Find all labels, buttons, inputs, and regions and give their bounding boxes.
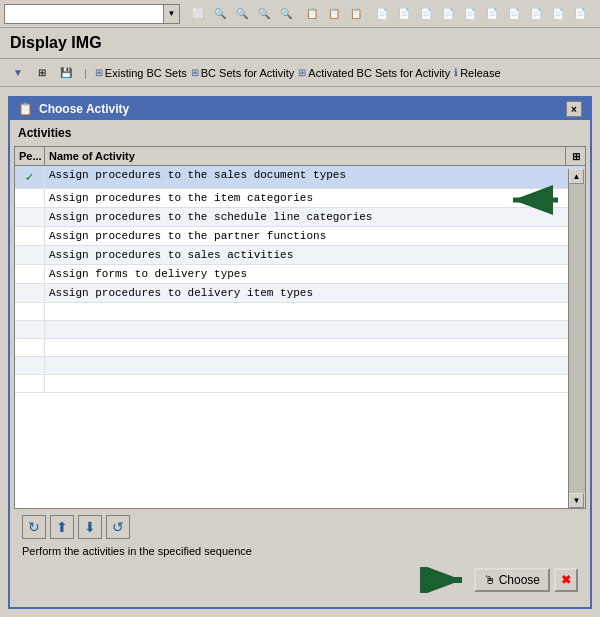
save-icon[interactable]: 💾 (56, 63, 76, 83)
toolbar-icon-7[interactable]: 📋 (302, 4, 322, 24)
toolbar-icon-20[interactable]: 📄 (570, 4, 590, 24)
toolbar-icon-17[interactable]: 📄 (504, 4, 524, 24)
app-title-bar: Display IMG (0, 28, 600, 59)
action-arrow-icon (420, 567, 470, 593)
table-row[interactable] (15, 321, 585, 339)
table-header: Pe... Name of Activity ⊞ (15, 147, 585, 166)
row-pe-0: ✓ (15, 166, 45, 188)
toolbar-icon-13[interactable]: 📄 (416, 4, 436, 24)
table-row[interactable]: Assign procedures to sales activities (15, 246, 585, 265)
table-row[interactable]: Assign procedures to the item categories (15, 189, 585, 208)
modal-icon: 📋 (18, 102, 33, 116)
choose-label: Choose (499, 573, 540, 587)
toolbar-icon-2[interactable]: 🔍 (210, 4, 230, 24)
bottom-buttons: 🖱 Choose ✖ (22, 563, 578, 597)
table-body: ✓ Assign procedures to the sales documen… (15, 166, 585, 508)
activated-bc-sets-label: Activated BC Sets for Activity (308, 67, 450, 79)
activities-label: Activities (14, 124, 586, 142)
filter-icon[interactable]: ▼ (8, 63, 28, 83)
modal-title-bar: 📋 Choose Activity × (10, 98, 590, 120)
toolbar-icon-5[interactable]: 🔍 (276, 4, 296, 24)
bottom-icons-row: ↻ ⬆ ⬇ ↺ (22, 515, 578, 539)
toolbar-icon-18[interactable]: 📄 (526, 4, 546, 24)
row-pe-4 (15, 246, 45, 264)
existing-bc-sets-btn[interactable]: ⊞ Existing BC Sets (95, 67, 187, 79)
bottom-info-text: Perform the activities in the specified … (22, 543, 578, 559)
row-name-6: Assign procedures to delivery item types (45, 284, 585, 302)
app-title: Display IMG (10, 34, 102, 51)
modal-dialog: 📋 Choose Activity × Activities Pe... Nam… (8, 96, 592, 609)
existing-bc-sets-label: Existing BC Sets (105, 67, 187, 79)
dropdown-arrow-icon[interactable]: ▼ (164, 4, 180, 24)
vertical-scrollbar[interactable]: ▲ ▼ (568, 169, 585, 508)
release-label: Release (460, 67, 500, 79)
top-dropdown[interactable] (4, 4, 164, 24)
toolbar-icon-8[interactable]: 📋 (324, 4, 344, 24)
activities-table: Pe... Name of Activity ⊞ ✓ Assign proced… (14, 146, 586, 509)
toolbar-icon-3[interactable]: 🔍 (232, 4, 252, 24)
toolbar-icon-19[interactable]: 📄 (548, 4, 568, 24)
toolbar-icon-6[interactable] (298, 4, 300, 24)
table-settings-icon[interactable]: ⊞ (565, 147, 585, 165)
down-icon-btn[interactable]: ⬇ (78, 515, 102, 539)
row-name-4: Assign procedures to sales activities (45, 246, 585, 264)
toolbar-icon-9[interactable]: 📋 (346, 4, 366, 24)
release-btn[interactable]: ℹ Release (454, 67, 500, 79)
toolbar-icon-14[interactable]: 📄 (438, 4, 458, 24)
table-row[interactable]: Assign forms to delivery types (15, 265, 585, 284)
bc-sets-activity-label: BC Sets for Activity (201, 67, 295, 79)
modal-title: Choose Activity (39, 102, 129, 116)
table-row[interactable] (15, 339, 585, 357)
reset-icon-btn[interactable]: ↺ (106, 515, 130, 539)
toolbar-icon-1[interactable]: ⬜ (188, 4, 208, 24)
scroll-track (569, 184, 585, 493)
toolbar-icon-16[interactable]: 📄 (482, 4, 502, 24)
bc-sets-activity-btn[interactable]: ⊞ BC Sets for Activity (191, 67, 295, 79)
bottom-area: ↻ ⬆ ⬇ ↺ Perform the activities in the sp… (14, 509, 586, 603)
table-row[interactable]: Assign procedures to the partner functio… (15, 227, 585, 246)
row-name-3: Assign procedures to the partner functio… (45, 227, 585, 245)
modal-close-button[interactable]: × (566, 101, 582, 117)
modal-content: Activities Pe... Name of Activity ⊞ ✓ As… (10, 120, 590, 607)
col-name-header: Name of Activity (45, 147, 565, 165)
toolbar-icon-12[interactable]: 📄 (394, 4, 414, 24)
toolbar-icons: ⬜ 🔍 🔍 🔍 🔍 📋 📋 📋 📄 📄 📄 📄 📄 📄 📄 📄 📄 📄 (188, 4, 590, 24)
grid-icon[interactable]: ⊞ (32, 63, 52, 83)
row-pe-3 (15, 227, 45, 245)
toolbar-icon-4[interactable]: 🔍 (254, 4, 274, 24)
table-row[interactable]: ✓ Assign procedures to the sales documen… (15, 166, 585, 189)
row-name-2: Assign procedures to the schedule line c… (45, 208, 585, 226)
toolbar-icon-10[interactable] (368, 4, 370, 24)
toolbar-icon-11[interactable]: 📄 (372, 4, 392, 24)
up-icon-btn[interactable]: ⬆ (50, 515, 74, 539)
table-row[interactable] (15, 375, 585, 393)
top-toolbar: ▼ ⬜ 🔍 🔍 🔍 🔍 📋 📋 📋 📄 📄 📄 📄 📄 📄 📄 📄 📄 📄 (0, 0, 600, 28)
activated-bc-sets-btn[interactable]: ⊞ Activated BC Sets for Activity (298, 67, 450, 79)
close-icon: × (571, 104, 577, 115)
scroll-up-btn[interactable]: ▲ (569, 169, 584, 184)
col-pe-header: Pe... (15, 147, 45, 165)
row-name-5: Assign forms to delivery types (45, 265, 585, 283)
choose-icon: 🖱 (484, 573, 496, 587)
choose-button[interactable]: 🖱 Choose (474, 568, 550, 592)
cancel-icon: ✖ (561, 573, 571, 587)
toolbar-icon-15[interactable]: 📄 (460, 4, 480, 24)
row-name-1: Assign procedures to the item categories (45, 189, 585, 207)
table-row[interactable]: Assign procedures to the schedule line c… (15, 208, 585, 227)
scroll-down-btn[interactable]: ▼ (569, 493, 584, 508)
second-toolbar: ▼ ⊞ 💾 | ⊞ Existing BC Sets ⊞ BC Sets for… (0, 59, 600, 87)
row-pe-6 (15, 284, 45, 302)
row-pe-1 (15, 189, 45, 207)
refresh-icon-btn[interactable]: ↻ (22, 515, 46, 539)
row-pe-5 (15, 265, 45, 283)
table-row[interactable] (15, 357, 585, 375)
row-pe-2 (15, 208, 45, 226)
table-row[interactable]: Assign procedures to delivery item types (15, 284, 585, 303)
cancel-button[interactable]: ✖ (554, 568, 578, 592)
row-name-0: Assign procedures to the sales document … (45, 166, 585, 188)
table-row[interactable] (15, 303, 585, 321)
checkmark-icon: ✓ (26, 169, 34, 185)
